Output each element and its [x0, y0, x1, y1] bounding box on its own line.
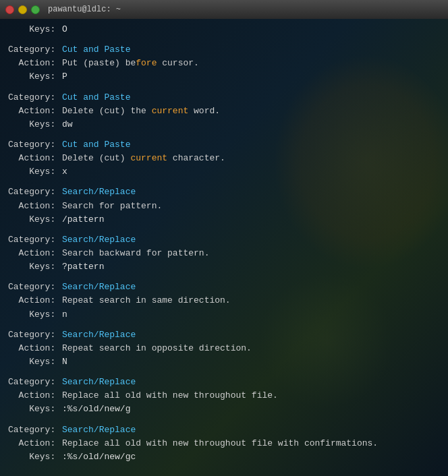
action-value: Search for pattern.	[57, 200, 162, 213]
title-bar: pawantu@ldlc: ~	[0, 0, 448, 19]
keys-label: Keys:	[8, 165, 55, 179]
action-label: Action:	[8, 437, 55, 450]
category-label: Category:	[8, 91, 55, 105]
list-item: Category: Search/Replace	[8, 280, 440, 294]
keys-value: :%s/old/new/g	[57, 403, 130, 416]
list-item: Category: Search/Replace	[8, 423, 440, 437]
list-item: Action: Repeat search in same direction.	[8, 294, 440, 307]
category-value: Search/Replace	[57, 328, 136, 342]
action-label: Action:	[8, 200, 55, 213]
action-value: Delete (cut) current character.	[57, 152, 225, 165]
action-label: Action:	[8, 152, 55, 165]
action-label: Action:	[8, 294, 55, 307]
keys-value: dw	[57, 118, 72, 131]
category-value: Search/Replace	[57, 376, 136, 389]
keys-value: ?pattern	[57, 260, 104, 274]
list-item: Keys: O	[8, 23, 440, 36]
category-label: Category:	[8, 328, 55, 342]
keys-value: x	[57, 165, 67, 179]
list-item: Action: Replace all old with new through…	[8, 389, 440, 403]
keys-label: Keys:	[8, 355, 55, 369]
list-item: Category: Cut and Paste	[8, 91, 440, 105]
list-item: Keys: x	[8, 165, 440, 179]
action-value: Delete (cut) the current word.	[57, 105, 220, 118]
list-item: Keys: ?pattern	[8, 260, 440, 274]
list-item: Keys: :%s/old/new/gc	[8, 450, 440, 464]
category-label: Category:	[8, 376, 55, 389]
list-item: Action: Delete (cut) current character.	[8, 152, 440, 165]
list-item: Keys: n	[8, 308, 440, 322]
action-value: Replace all old with new throughout file…	[57, 437, 378, 450]
keys-value: /pattern	[57, 213, 104, 227]
action-value: Search backward for pattern.	[57, 247, 209, 260]
category-label: Category:	[8, 138, 55, 152]
action-label: Action:	[8, 247, 55, 260]
list-item: Action: Replace all old with new through…	[8, 437, 440, 450]
action-label: Action:	[8, 389, 55, 403]
minimize-button[interactable]	[18, 5, 27, 14]
category-value: Search/Replace	[57, 423, 136, 437]
category-label: Category:	[8, 233, 55, 247]
category-value: Search/Replace	[57, 280, 136, 294]
action-label: Action:	[8, 342, 55, 355]
list-item: Category: Search/Replace	[8, 233, 440, 247]
category-value: Search/Replace	[57, 185, 136, 199]
action-value: Repeat search in same direction.	[57, 294, 230, 307]
keys-label: Keys:	[8, 23, 55, 36]
list-item: Action: Search backward for pattern.	[8, 247, 440, 260]
terminal-window: pawantu@ldlc: ~ Keys: O Category: Cut an…	[0, 0, 448, 476]
list-item: Action: Repeat search in opposite direct…	[8, 342, 440, 355]
category-label: Category:	[8, 185, 55, 199]
category-label: Category:	[8, 280, 55, 294]
list-item: Category: Search/Replace	[8, 376, 440, 389]
list-item: Keys: N	[8, 355, 440, 369]
list-item: Category: Search/Replace	[8, 185, 440, 199]
category-label: Category:	[8, 43, 55, 57]
keys-label: Keys:	[8, 70, 55, 84]
list-item: Keys: P	[8, 70, 440, 84]
keys-label: Keys:	[8, 118, 55, 131]
keys-label: Keys:	[8, 403, 55, 416]
list-item: Keys: dw	[8, 118, 440, 131]
keys-value: N	[57, 355, 67, 369]
category-value: Search/Replace	[57, 233, 136, 247]
keys-value: P	[57, 70, 67, 84]
category-value: Cut and Paste	[57, 138, 130, 152]
action-value: Repeat search in opposite direction.	[57, 342, 252, 355]
list-item: Category: Cut and Paste	[8, 43, 440, 57]
keys-value: n	[57, 308, 67, 322]
action-label: Action:	[8, 105, 55, 118]
list-item: Action: Delete (cut) the current word.	[8, 105, 440, 118]
list-item: Keys: /pattern	[8, 213, 440, 227]
maximize-button[interactable]	[31, 5, 40, 14]
keys-label: Keys:	[8, 213, 55, 227]
close-button[interactable]	[5, 5, 14, 14]
keys-label: Keys:	[8, 308, 55, 322]
action-label: Action:	[8, 57, 55, 70]
category-value: Cut and Paste	[57, 91, 130, 105]
category-value: Cut and Paste	[57, 43, 130, 57]
list-item: Category: Cut and Paste	[8, 138, 440, 152]
list-item: Keys: :%s/old/new/g	[8, 403, 440, 416]
keys-value: :%s/old/new/gc	[57, 450, 136, 464]
window-title: pawantu@ldlc: ~	[48, 5, 121, 14]
list-item: Action: Search for pattern.	[8, 200, 440, 213]
keys-label: Keys:	[8, 260, 55, 274]
list-item: Action: Put (paste) before cursor.	[8, 57, 440, 70]
keys-value: O	[57, 23, 67, 36]
keys-label: Keys:	[8, 450, 55, 464]
action-value: Replace all old with new throughout file…	[57, 389, 278, 403]
action-value: Put (paste) before cursor.	[57, 57, 199, 70]
category-label: Category:	[8, 423, 55, 437]
terminal-content: Keys: O Category: Cut and Paste Action: …	[0, 19, 448, 468]
list-item: Category: Search/Replace	[8, 328, 440, 342]
